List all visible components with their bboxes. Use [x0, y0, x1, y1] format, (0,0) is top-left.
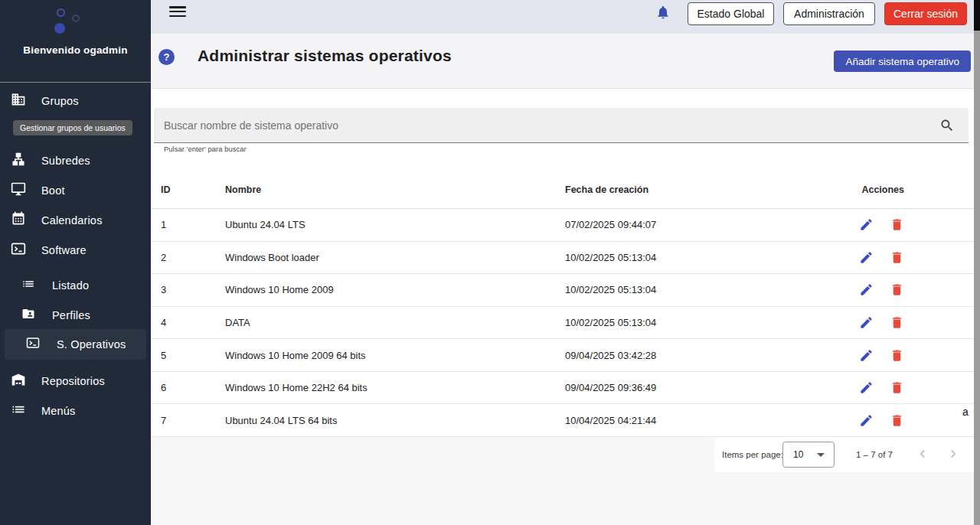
paginator-range-label: 1 – 7 of 7 — [856, 450, 893, 459]
cell-id: 2 — [161, 252, 225, 263]
search-input[interactable] — [164, 108, 914, 142]
os-table-card: Pulsar 'enter' para buscar ID Nombre Fec… — [151, 89, 974, 437]
edit-pencil-icon[interactable] — [859, 282, 874, 297]
table-row: 1 Ubuntu 24.04 LTS 07/02/2025 09:44:07 — [151, 209, 974, 242]
monitor-icon — [11, 181, 26, 200]
network-icon — [11, 152, 26, 170]
cell-name: Ubuntu 24.04 LTS 64 bits — [225, 415, 565, 426]
sidebar-item-subredes[interactable]: Subredes — [0, 145, 151, 176]
delete-trash-icon[interactable] — [890, 413, 904, 428]
menu-hamburger-icon[interactable] — [169, 6, 186, 19]
delete-trash-icon[interactable] — [890, 348, 904, 363]
edit-pencil-icon[interactable] — [859, 217, 874, 232]
cell-date: 09/04/2025 09:36:49 — [565, 382, 818, 393]
items-per-page-label: Items per page: — [722, 450, 783, 459]
cell-id: 4 — [161, 317, 225, 328]
chevron-down-icon — [817, 453, 825, 457]
cerrar-sesion-button[interactable]: Cerrar sesión — [884, 2, 967, 25]
chevron-right-icon[interactable] — [946, 447, 960, 464]
add-os-button[interactable]: Añadir sistema operativo — [834, 51, 971, 72]
logo-circle-icon — [54, 23, 65, 34]
sidebar-item-calendarios[interactable]: Calendarios — [0, 205, 151, 236]
sidebar-item-software[interactable]: Software — [0, 235, 151, 266]
sidebar-item-label: Calendarios — [41, 214, 103, 227]
search-field — [154, 108, 969, 143]
cell-name: Windows Boot loader — [225, 252, 565, 263]
welcome-user-text: Bienvenido ogadmin — [0, 44, 151, 56]
calendar-icon — [11, 211, 26, 230]
sidebar-item-label: Subredes — [41, 155, 90, 167]
logo-circle-icon — [57, 8, 65, 17]
column-header-acciones: Acciones — [818, 184, 974, 195]
table-body: 1 Ubuntu 24.04 LTS 07/02/2025 09:44:07 2… — [151, 209, 974, 437]
sidebar-item-s-operativos[interactable]: S. Operativos — [5, 329, 146, 360]
edit-pencil-icon[interactable] — [859, 413, 874, 428]
warehouse-icon — [11, 372, 26, 390]
sidebar-item-label: Repositorios — [41, 375, 105, 387]
sidebar-item-label: Boot — [41, 184, 65, 197]
cell-date: 07/02/2025 09:44:07 — [565, 219, 818, 230]
edit-pencil-icon[interactable] — [859, 348, 874, 363]
column-header-fecha: Fecha de creación — [565, 184, 818, 195]
chevron-left-icon[interactable] — [916, 447, 929, 464]
sidebar-item-repositorios[interactable]: Repositorios — [0, 366, 151, 396]
delete-trash-icon[interactable] — [890, 250, 904, 265]
list-icon — [21, 277, 35, 294]
sidebar-item-label: Listado — [52, 279, 89, 292]
cell-id: 3 — [161, 284, 225, 295]
logo-circle-icon — [72, 15, 80, 22]
table-row: 6 Windows 10 Home 22H2 64 bits 09/04/202… — [151, 372, 974, 405]
sidebar-item-menus[interactable]: Menús — [0, 396, 151, 426]
sidebar-item-perfiles[interactable]: Perfiles — [0, 300, 151, 331]
edit-pencil-icon[interactable] — [859, 380, 874, 395]
page-size-value: 10 — [793, 449, 803, 460]
sidebar-item-boot[interactable]: Boot — [0, 175, 151, 206]
delete-trash-icon[interactable] — [890, 217, 904, 232]
sidebar-item-label: S. Operativos — [57, 338, 126, 351]
cell-date: 09/04/2025 03:42:28 — [565, 350, 818, 361]
sidebar: Bienvenido ogadmin Grupos Gestionar grup… — [0, 0, 151, 525]
sidebar-item-grupos[interactable]: Grupos — [0, 86, 151, 116]
sidebar-divider — [0, 82, 151, 83]
scrollbar-thumb[interactable] — [974, 0, 980, 31]
cell-id: 7 — [161, 415, 225, 426]
cell-id: 1 — [161, 219, 225, 230]
page-size-select[interactable]: 10 — [782, 442, 835, 468]
sidebar-item-listado[interactable]: Listado — [0, 270, 151, 301]
edit-pencil-icon[interactable] — [859, 315, 874, 330]
cell-name: Windows 10 Home 22H2 64 bits — [225, 382, 565, 393]
sidebar-item-label: Menús — [41, 405, 76, 417]
vertical-scrollbar[interactable] — [974, 0, 980, 525]
cell-id: 6 — [161, 382, 225, 393]
top-toolbar: Estado Global Administración Cerrar sesi… — [151, 0, 980, 34]
search-icon[interactable] — [939, 118, 955, 136]
cell-name: Windows 10 Home 2009 64 bits — [225, 350, 565, 361]
sidebar-item-label: Grupos — [41, 95, 79, 107]
cell-name: Ubuntu 24.04 LTS — [225, 219, 565, 230]
page-header: ? Administrar sistemas operativos Añadir… — [151, 34, 980, 89]
help-icon[interactable]: ? — [158, 49, 175, 65]
delete-trash-icon[interactable] — [890, 315, 904, 330]
delete-trash-icon[interactable] — [890, 282, 904, 297]
edit-pencil-icon[interactable] — [859, 250, 874, 265]
notifications-bell-icon[interactable] — [655, 4, 671, 21]
cell-date: 10/02/2025 05:13:04 — [565, 284, 818, 295]
delete-trash-icon[interactable] — [890, 380, 904, 395]
search-hint: Pulsar 'enter' para buscar — [164, 145, 247, 153]
table-row: 7 Ubuntu 24.04 LTS 64 bits 10/04/2025 04… — [151, 404, 974, 437]
table-header-row: ID Nombre Fecha de creación Acciones — [151, 171, 974, 209]
cell-date: 10/02/2025 05:13:04 — [565, 317, 818, 328]
list-icon — [11, 402, 26, 420]
page-title: Administrar sistemas operativos — [198, 47, 452, 65]
sidebar-tooltip: Gestionar grupos de usuarios — [13, 120, 132, 135]
table-row: 4 DATA 10/02/2025 05:13:04 — [151, 307, 974, 340]
building-icon — [11, 92, 26, 110]
cell-name: Windows 10 Home 2009 — [225, 284, 565, 295]
sidebar-item-label: Software — [41, 244, 87, 256]
clipped-edge-text: a — [962, 406, 969, 418]
administracion-button[interactable]: Administración — [783, 2, 875, 25]
column-header-id: ID — [161, 184, 225, 195]
paginator: Items per page: 10 1 – 7 of 7 — [714, 437, 974, 472]
estado-global-button[interactable]: Estado Global — [688, 2, 774, 25]
table-row: 2 Windows Boot loader 10/02/2025 05:13:0… — [151, 242, 974, 275]
